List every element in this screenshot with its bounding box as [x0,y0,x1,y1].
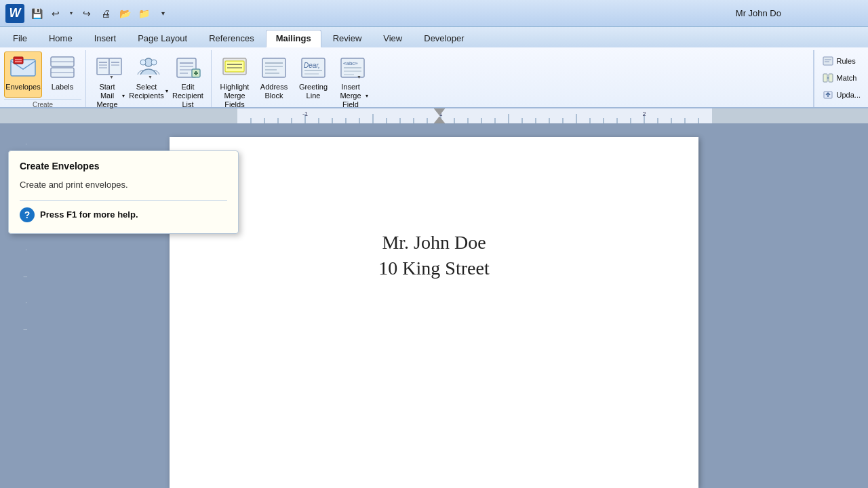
write-insert-fields-group: HighlightMerge Fields AddressBlock [212,50,814,107]
tab-mailings[interactable]: Mailings [266,30,321,47]
ribbon-panel: Envelopes Labels Create [0,47,868,108]
match-label: Match [837,74,857,82]
envelopes-label: Envelopes [5,83,40,92]
svg-rect-8 [97,58,109,75]
document-page[interactable]: Mr. John Doe 10 King Street [170,137,698,488]
select-recipients-label: SelectRecipients [129,83,163,100]
update-button[interactable]: Upda... [818,87,864,103]
print-preview-button[interactable]: 🖨 [98,5,114,22]
rules-button[interactable]: Rules [818,53,864,69]
select-recipients-button[interactable]: ▼ SelectRecipients ▾ [130,52,167,102]
help-icon: ? [20,207,35,222]
create-group: Envelopes Labels Create [0,50,86,107]
svg-point-17 [140,60,146,65]
highlight-merge-fields-button[interactable]: HighlightMerge Fields [216,52,254,112]
svg-rect-32 [262,58,285,77]
highlight-merge-fields-icon [221,54,248,81]
ribbon-tabs: File Home Insert Page Layout References … [0,27,868,47]
open-button[interactable]: 📂 [117,5,133,22]
svg-rect-29 [225,61,244,72]
tooltip-description: Create and print envelopes. [20,178,227,192]
start-mail-merge-label: Start MailMerge [94,83,121,110]
tooltip-popup: Create Envelopes Create and print envelo… [8,150,239,234]
title-bar: W 💾 ↩ ▾ ↪ 🖨 📂 📁 ▾ Mr John Do [0,0,868,27]
svg-text:2: 2 [642,110,646,117]
svg-text:▼: ▼ [357,75,361,79]
tab-page-layout[interactable]: Page Layout [127,30,197,47]
address-block-icon [260,54,288,81]
labels-icon [49,54,76,81]
insert-merge-field-label: Insert MergeField [337,83,364,110]
ribbon-overflow: Rules Match Upda... [814,50,868,107]
edit-recipient-list-icon [174,54,201,81]
match-button[interactable]: Match [818,70,864,86]
tooltip-help: ? Press F1 for more help. [20,207,227,222]
undo-button[interactable]: ↩ [47,5,64,22]
svg-rect-55 [0,108,237,123]
tab-references[interactable]: References [199,30,264,47]
greeting-line-icon: Dear, [300,54,327,81]
document-area: · – · – · – · – Mr. John Doe 10 King Str… [0,123,868,488]
start-mail-merge-arrow: ▾ [122,93,125,100]
document-recipient-name: Mr. John Doe [224,232,644,253]
select-recipients-icon: ▼ [135,54,162,81]
start-mail-merge-group: ▼ Start MailMerge ▾ [86,50,212,107]
edit-recipient-list-button[interactable]: EditRecipient List [169,52,207,112]
document-recipient-address: 10 King Street [224,258,644,279]
start-mail-merge-icon: ▼ [96,54,123,81]
greeting-line-label: GreetingLine [299,83,328,100]
envelopes-button[interactable]: Envelopes [4,52,42,98]
svg-rect-50 [823,74,827,82]
svg-rect-1 [14,57,23,64]
envelopes-icon [9,54,37,81]
address-block-label: AddressBlock [260,83,288,100]
ruler: -1 1 2 [0,108,868,123]
insert-merge-field-arrow: ▾ [366,93,368,100]
document-title: Mr John Do [171,8,863,18]
rules-label: Rules [837,57,856,65]
svg-point-18 [151,60,157,65]
rules-icon [822,55,834,67]
app-logo: W [5,4,24,23]
undo-dropdown[interactable]: ▾ [66,5,76,22]
start-mail-merge-button[interactable]: ▼ Start MailMerge ▾ [90,52,128,112]
svg-rect-51 [829,74,833,82]
svg-text:▼: ▼ [109,75,114,79]
tooltip-title: Create Envelopes [20,161,227,171]
save-button[interactable]: 💾 [28,5,45,22]
select-recipients-arrow: ▾ [165,88,168,95]
insert-merge-field-button[interactable]: «abc» ▼ Insert MergeField ▾ [334,52,372,112]
redo-button[interactable]: ↪ [79,5,95,22]
edit-recipient-list-label: EditRecipient List [172,83,203,110]
svg-rect-47 [823,57,833,65]
qat-customize[interactable]: ▾ [155,5,171,22]
tooltip-divider [20,200,227,201]
quick-access-toolbar: 💾 ↩ ▾ ↪ 🖨 📂 📁 ▾ [28,5,171,22]
ruler-svg: -1 1 2 [0,108,868,123]
svg-rect-56 [237,108,712,123]
update-icon [822,89,834,101]
labels-label: Labels [52,83,73,92]
save2-button[interactable]: 📁 [136,5,152,22]
tab-file[interactable]: File [3,30,37,47]
tab-home[interactable]: Home [39,30,83,47]
tab-review[interactable]: Review [323,30,372,47]
svg-rect-57 [712,108,868,123]
match-icon [822,72,834,84]
tab-developer[interactable]: Developer [414,30,474,47]
tooltip-help-text: Press F1 for more help. [40,209,138,220]
insert-merge-field-icon: «abc» ▼ [339,54,366,81]
tab-insert[interactable]: Insert [84,30,127,47]
svg-text:«abc»: «abc» [343,60,358,66]
address-block-button[interactable]: AddressBlock [255,52,293,102]
svg-text:Dear,: Dear, [304,62,320,69]
tab-view[interactable]: View [373,30,412,47]
labels-button[interactable]: Labels [43,52,81,98]
svg-rect-12 [109,58,121,75]
update-label: Upda... [837,91,861,99]
svg-text:-1: -1 [302,110,308,117]
greeting-line-button[interactable]: Dear, GreetingLine [294,52,332,102]
highlight-merge-fields-label: HighlightMerge Fields [219,83,250,110]
svg-text:▼: ▼ [148,75,153,79]
